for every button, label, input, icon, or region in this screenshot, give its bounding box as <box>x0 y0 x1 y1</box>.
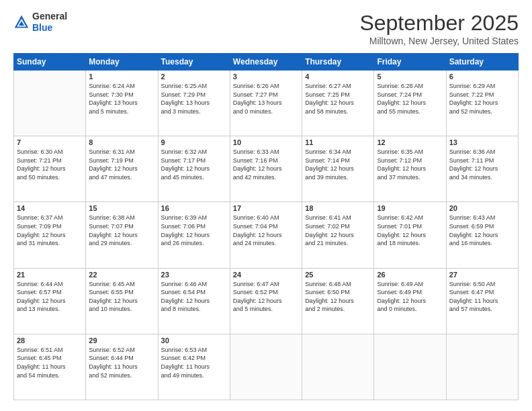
day-number: 12 <box>377 138 443 146</box>
table-row <box>446 334 518 400</box>
month-title: September 2025 <box>359 11 519 36</box>
day-info: Sunrise: 6:41 AM Sunset: 7:02 PM Dayligh… <box>305 214 371 247</box>
calendar-week-row: 1Sunrise: 6:24 AM Sunset: 7:30 PM Daylig… <box>14 71 519 136</box>
day-number: 2 <box>161 73 227 81</box>
table-row: 8Sunrise: 6:31 AM Sunset: 7:19 PM Daylig… <box>86 136 158 202</box>
table-row: 28Sunrise: 6:51 AM Sunset: 6:45 PM Dayli… <box>14 334 86 400</box>
table-row: 25Sunrise: 6:48 AM Sunset: 6:50 PM Dayli… <box>302 268 374 334</box>
day-info: Sunrise: 6:44 AM Sunset: 6:57 PM Dayligh… <box>17 280 83 314</box>
logo-blue: Blue <box>32 22 67 34</box>
calendar-week-row: 14Sunrise: 6:37 AM Sunset: 7:09 PM Dayli… <box>14 202 519 268</box>
day-info: Sunrise: 6:50 AM Sunset: 6:47 PM Dayligh… <box>449 280 515 314</box>
table-row: 11Sunrise: 6:34 AM Sunset: 7:14 PM Dayli… <box>302 136 374 202</box>
table-row: 6Sunrise: 6:29 AM Sunset: 7:22 PM Daylig… <box>446 71 518 136</box>
day-number: 5 <box>377 73 443 81</box>
table-row: 20Sunrise: 6:43 AM Sunset: 6:59 PM Dayli… <box>446 202 518 268</box>
header-thursday: Thursday <box>302 54 374 71</box>
table-row: 14Sunrise: 6:37 AM Sunset: 7:09 PM Dayli… <box>14 202 86 268</box>
day-info: Sunrise: 6:53 AM Sunset: 6:42 PM Dayligh… <box>161 346 227 379</box>
day-number: 6 <box>449 73 515 81</box>
table-row: 21Sunrise: 6:44 AM Sunset: 6:57 PM Dayli… <box>14 268 86 334</box>
header-saturday: Saturday <box>446 54 518 71</box>
table-row: 13Sunrise: 6:36 AM Sunset: 7:11 PM Dayli… <box>446 136 518 202</box>
day-info: Sunrise: 6:30 AM Sunset: 7:21 PM Dayligh… <box>17 148 83 181</box>
header-monday: Monday <box>86 54 158 71</box>
header-wednesday: Wednesday <box>230 54 302 71</box>
day-number: 18 <box>305 204 371 212</box>
table-row <box>14 71 86 136</box>
table-row: 4Sunrise: 6:27 AM Sunset: 7:25 PM Daylig… <box>302 71 374 136</box>
table-row: 30Sunrise: 6:53 AM Sunset: 6:42 PM Dayli… <box>158 334 230 400</box>
day-info: Sunrise: 6:48 AM Sunset: 6:50 PM Dayligh… <box>305 280 371 314</box>
day-number: 23 <box>161 271 227 279</box>
day-number: 24 <box>233 271 299 279</box>
day-number: 8 <box>89 138 154 146</box>
day-number: 21 <box>17 271 83 279</box>
table-row <box>302 334 374 400</box>
page: General Blue September 2025 Milltown, Ne… <box>0 0 532 411</box>
logo-general: General <box>32 11 67 22</box>
logo-icon <box>13 14 30 30</box>
logo: General Blue <box>13 11 67 34</box>
header-tuesday: Tuesday <box>158 54 230 71</box>
day-number: 16 <box>161 204 227 212</box>
table-row <box>374 334 446 400</box>
day-info: Sunrise: 6:35 AM Sunset: 7:12 PM Dayligh… <box>377 148 443 181</box>
table-row: 24Sunrise: 6:47 AM Sunset: 6:52 PM Dayli… <box>230 268 302 334</box>
day-info: Sunrise: 6:25 AM Sunset: 7:29 PM Dayligh… <box>161 82 227 116</box>
table-row: 15Sunrise: 6:38 AM Sunset: 7:07 PM Dayli… <box>86 202 158 268</box>
location: Milltown, New Jersey, United States <box>359 36 519 46</box>
day-info: Sunrise: 6:47 AM Sunset: 6:52 PM Dayligh… <box>233 280 299 314</box>
day-info: Sunrise: 6:52 AM Sunset: 6:44 PM Dayligh… <box>89 346 154 379</box>
table-row: 5Sunrise: 6:28 AM Sunset: 7:24 PM Daylig… <box>374 71 446 136</box>
day-info: Sunrise: 6:36 AM Sunset: 7:11 PM Dayligh… <box>449 148 515 181</box>
table-row: 19Sunrise: 6:42 AM Sunset: 7:01 PM Dayli… <box>374 202 446 268</box>
header-sunday: Sunday <box>14 54 86 71</box>
table-row: 17Sunrise: 6:40 AM Sunset: 7:04 PM Dayli… <box>230 202 302 268</box>
header-friday: Friday <box>374 54 446 71</box>
day-number: 14 <box>17 204 83 212</box>
day-info: Sunrise: 6:46 AM Sunset: 6:54 PM Dayligh… <box>161 280 227 314</box>
day-info: Sunrise: 6:34 AM Sunset: 7:14 PM Dayligh… <box>305 148 371 181</box>
calendar-week-row: 28Sunrise: 6:51 AM Sunset: 6:45 PM Dayli… <box>14 334 519 400</box>
table-row: 9Sunrise: 6:32 AM Sunset: 7:17 PM Daylig… <box>158 136 230 202</box>
table-row: 22Sunrise: 6:45 AM Sunset: 6:55 PM Dayli… <box>86 268 158 334</box>
table-row: 1Sunrise: 6:24 AM Sunset: 7:30 PM Daylig… <box>86 71 158 136</box>
table-row: 23Sunrise: 6:46 AM Sunset: 6:54 PM Dayli… <box>158 268 230 334</box>
day-info: Sunrise: 6:51 AM Sunset: 6:45 PM Dayligh… <box>17 346 83 379</box>
day-number: 1 <box>89 73 154 81</box>
day-number: 22 <box>89 271 154 279</box>
table-row: 16Sunrise: 6:39 AM Sunset: 7:06 PM Dayli… <box>158 202 230 268</box>
day-number: 9 <box>161 138 227 146</box>
day-number: 30 <box>161 336 227 345</box>
title-block: September 2025 Milltown, New Jersey, Uni… <box>359 11 519 46</box>
day-info: Sunrise: 6:38 AM Sunset: 7:07 PM Dayligh… <box>89 214 154 247</box>
day-number: 17 <box>233 204 299 212</box>
day-info: Sunrise: 6:37 AM Sunset: 7:09 PM Dayligh… <box>17 214 83 247</box>
table-row: 10Sunrise: 6:33 AM Sunset: 7:16 PM Dayli… <box>230 136 302 202</box>
day-number: 4 <box>305 73 371 81</box>
day-number: 29 <box>89 336 154 345</box>
table-row: 2Sunrise: 6:25 AM Sunset: 7:29 PM Daylig… <box>158 71 230 136</box>
day-info: Sunrise: 6:39 AM Sunset: 7:06 PM Dayligh… <box>161 214 227 247</box>
day-number: 20 <box>449 204 515 212</box>
header: General Blue September 2025 Milltown, Ne… <box>13 11 519 46</box>
day-info: Sunrise: 6:24 AM Sunset: 7:30 PM Dayligh… <box>89 82 154 116</box>
day-number: 27 <box>449 271 515 279</box>
table-row: 26Sunrise: 6:49 AM Sunset: 6:49 PM Dayli… <box>374 268 446 334</box>
day-number: 19 <box>377 204 443 212</box>
day-number: 15 <box>89 204 154 212</box>
table-row <box>230 334 302 400</box>
logo-text: General Blue <box>32 11 67 34</box>
day-number: 7 <box>17 138 83 146</box>
day-number: 10 <box>233 138 299 146</box>
day-info: Sunrise: 6:28 AM Sunset: 7:24 PM Dayligh… <box>377 82 443 116</box>
table-row: 7Sunrise: 6:30 AM Sunset: 7:21 PM Daylig… <box>14 136 86 202</box>
day-info: Sunrise: 6:31 AM Sunset: 7:19 PM Dayligh… <box>89 148 154 181</box>
day-number: 26 <box>377 271 443 279</box>
table-row: 18Sunrise: 6:41 AM Sunset: 7:02 PM Dayli… <box>302 202 374 268</box>
day-info: Sunrise: 6:27 AM Sunset: 7:25 PM Dayligh… <box>305 82 371 116</box>
day-info: Sunrise: 6:45 AM Sunset: 6:55 PM Dayligh… <box>89 280 154 314</box>
day-info: Sunrise: 6:40 AM Sunset: 7:04 PM Dayligh… <box>233 214 299 247</box>
calendar-week-row: 7Sunrise: 6:30 AM Sunset: 7:21 PM Daylig… <box>14 136 519 202</box>
